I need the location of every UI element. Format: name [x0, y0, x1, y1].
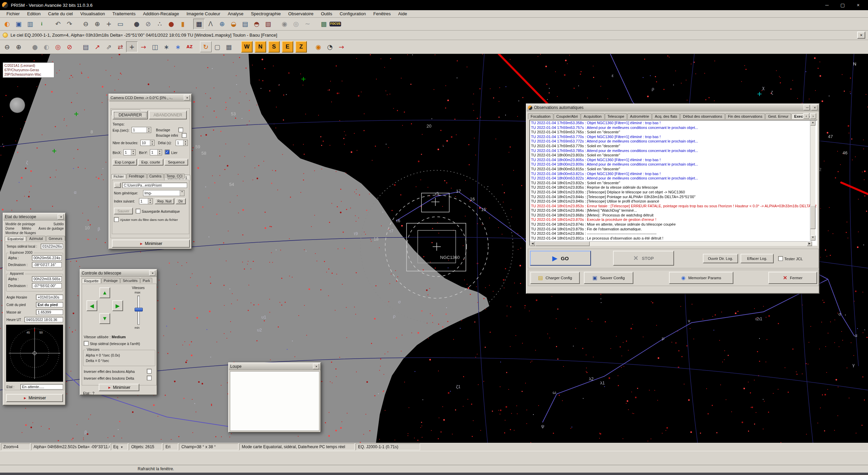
- obs-close-button[interactable]: ×: [811, 105, 817, 110]
- close-window-button[interactable]: ×: [850, 0, 866, 10]
- ccd-file-tab[interactable]: Temp. CCl: [164, 174, 185, 178]
- control-close-button[interactable]: ×: [149, 270, 155, 276]
- open-log-dir-button[interactable]: Ouvrir Dir. Log.: [703, 254, 738, 263]
- forbidden-icon[interactable]: ⊘: [64, 41, 75, 52]
- ccd-file-tab[interactable]: Fichier: [111, 174, 126, 179]
- load-config-button[interactable]: ▤ Charger Config: [530, 272, 580, 284]
- snowflake-icon[interactable]: ∗: [172, 41, 184, 52]
- ccd-file-tab[interactable]: Fenêtrage: [126, 174, 147, 178]
- ccd-window-titlebar[interactable]: Camera CCD Demo -> 0.0°C [0% , -.. ×: [109, 94, 191, 101]
- target-icon[interactable]: ◎: [52, 41, 64, 52]
- clock-icon[interactable]: ◔: [324, 41, 336, 52]
- clear-log-button[interactable]: Effacer Log.: [741, 254, 774, 263]
- save-icon[interactable]: ▣: [13, 19, 24, 30]
- ringed-planet-icon[interactable]: ⊘: [142, 19, 154, 30]
- info-icon[interactable]: i: [36, 19, 47, 30]
- center-cross-icon[interactable]: +: [103, 19, 115, 30]
- save-config-button[interactable]: ▣ Sauver Config: [584, 272, 633, 284]
- send-view-icon[interactable]: ⇗: [103, 41, 115, 52]
- compass-button[interactable]: S: [268, 41, 280, 53]
- menu-item[interactable]: Fenêtres: [370, 11, 394, 17]
- export-chart-icon[interactable]: ↗: [92, 41, 103, 52]
- control-tab[interactable]: Park: [140, 278, 153, 283]
- ajouter-filtre-checkbox[interactable]: [114, 217, 119, 222]
- menu-item[interactable]: Aide: [394, 11, 411, 17]
- zoom-out-icon[interactable]: ⊖: [1, 41, 13, 52]
- sauvegarde-auto-checkbox[interactable]: [136, 209, 140, 213]
- menu-item[interactable]: Carte du ciel: [44, 11, 77, 17]
- globe-icon[interactable]: ⊕: [216, 19, 228, 30]
- speed-slider-handle[interactable]: [135, 308, 143, 311]
- menu-item[interactable]: Observatoire: [284, 11, 317, 17]
- autoguider-icon[interactable]: ◎: [290, 19, 302, 30]
- exp-courte-button[interactable]: Exp. courte: [138, 159, 163, 166]
- menu-item[interactable]: Visualisation: [77, 11, 109, 17]
- invert-alpha-checkbox[interactable]: [147, 369, 152, 374]
- screen-icon[interactable]: ▭: [115, 19, 126, 30]
- link-pointing-model[interactable]: Modèle de pointage: [5, 222, 35, 226]
- obs-tab[interactable]: Astrométrie: [627, 113, 652, 119]
- exit-icon[interactable]: →: [336, 41, 347, 52]
- index-suivant-input[interactable]: 1▴▾: [139, 198, 153, 204]
- link-guiding-axes[interactable]: Axes de guidage: [38, 226, 64, 231]
- stop-sideral-checkbox[interactable]: [84, 341, 88, 346]
- go-button[interactable]: ▶ GO: [530, 251, 591, 266]
- nb-boucles-input[interactable]: 10▴▾: [140, 140, 155, 146]
- stats-icon[interactable]: ▥: [24, 19, 36, 30]
- loupe-close-button[interactable]: ×: [313, 364, 319, 369]
- link-dome[interactable]: Dome: [5, 226, 15, 231]
- refresh-icon[interactable]: ↻: [200, 41, 212, 52]
- planet-icon[interactable]: ●: [29, 41, 41, 52]
- close-obs-button[interactable]: ✕ Fermer: [768, 272, 817, 284]
- obs-minimize-button[interactable]: ─: [804, 105, 810, 110]
- nom-generique-combo[interactable]: Img-▾: [143, 190, 184, 196]
- asteroids-icon[interactable]: ∴: [154, 19, 165, 30]
- moon-icon[interactable]: ◐: [41, 41, 52, 52]
- zoom-in-icon[interactable]: ⊕: [92, 19, 103, 30]
- control-tab[interactable]: Pointage: [101, 278, 120, 283]
- sequence-button[interactable]: Sequence: [164, 159, 188, 166]
- exp-longue-button[interactable]: Exp Longue: [113, 159, 137, 166]
- control-minimize-button[interactable]: ► Minimiser: [99, 384, 139, 391]
- print-icon[interactable]: ▤: [80, 41, 92, 52]
- delai-input[interactable]: 1▴▾: [176, 140, 188, 146]
- obs-window-titlebar[interactable]: Observations automatiques ─ ×: [527, 104, 819, 111]
- obs-log[interactable]: TU 2022-01-04 17h59m53.358s : Objet NGC1…: [529, 120, 817, 246]
- starmap-icon[interactable]: ∗: [161, 41, 172, 52]
- biny-input[interactable]: 1▴▾: [150, 149, 162, 155]
- state-window-titlebar[interactable]: Etat du télescope ×: [3, 213, 65, 221]
- undo-icon[interactable]: ↶: [52, 19, 64, 30]
- amphora-icon[interactable]: ▮: [177, 19, 189, 30]
- sauver-button[interactable]: Sauver: [114, 208, 133, 214]
- camera-gray-icon[interactable]: ◉: [279, 19, 290, 30]
- menu-item[interactable]: Outils: [317, 11, 336, 17]
- slew-west-button[interactable]: ◀: [86, 300, 97, 311]
- monitor-icon[interactable]: ▤: [239, 19, 251, 30]
- map-close-button[interactable]: ×: [857, 32, 865, 39]
- control-tab[interactable]: Raquette: [82, 278, 101, 283]
- control-window-titlebar[interactable]: Controle du télescope ×: [80, 270, 157, 277]
- state-minimize-button[interactable]: ► Minimiser: [6, 394, 63, 402]
- slew-icon[interactable]: ⇄: [115, 41, 126, 52]
- minimize-window-button[interactable]: ─: [819, 0, 835, 10]
- select-area-icon[interactable]: ▢: [212, 41, 223, 52]
- stop-button[interactable]: ✕ STOP: [613, 251, 674, 266]
- log-horizontal-scrollbar[interactable]: ◀ ▶: [530, 241, 812, 246]
- binx-input[interactable]: 1▴▾: [123, 149, 136, 155]
- zoom-out-icon[interactable]: ⊖: [80, 19, 92, 30]
- state-tab[interactable]: Azimutal: [26, 236, 45, 241]
- compass-button[interactable]: E: [282, 41, 293, 53]
- ccd-close-button[interactable]: ×: [184, 95, 190, 100]
- compass-button[interactable]: W: [241, 41, 253, 53]
- mount-icon[interactable]: Λ: [205, 19, 216, 30]
- lier-checkbox[interactable]: ✓: [165, 150, 170, 154]
- link-meteo[interactable]: Météo: [22, 226, 31, 231]
- obs-tab[interactable]: Acquisition: [581, 113, 604, 119]
- memorize-params-button[interactable]: ◉ Memoriser Params: [669, 272, 733, 284]
- menu-item[interactable]: Configuration: [336, 11, 370, 17]
- link-subtilo[interactable]: Subtilo: [53, 222, 64, 226]
- start-exposure-button[interactable]: DEMARRER: [113, 111, 148, 119]
- focus-badge-icon[interactable]: FOCUS: [330, 19, 341, 30]
- obs-tab[interactable]: Fin des observations: [725, 113, 765, 119]
- state-tab[interactable]: Equatorial: [5, 236, 26, 241]
